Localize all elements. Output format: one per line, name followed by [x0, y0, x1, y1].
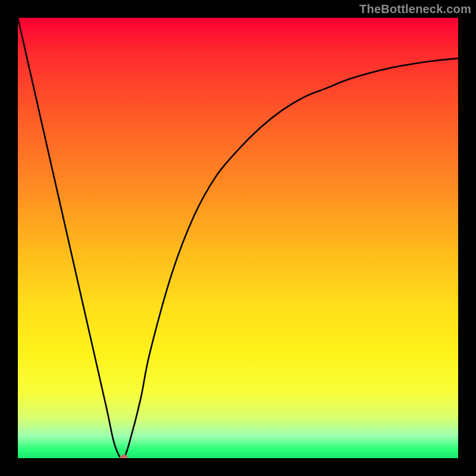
curve-path: [18, 18, 458, 458]
bottleneck-curve: [18, 18, 458, 458]
minimum-marker: [120, 455, 128, 458]
plot-area: [18, 18, 458, 458]
watermark-text: TheBottleneck.com: [359, 2, 471, 16]
chart-frame: TheBottleneck.com: [0, 0, 476, 476]
